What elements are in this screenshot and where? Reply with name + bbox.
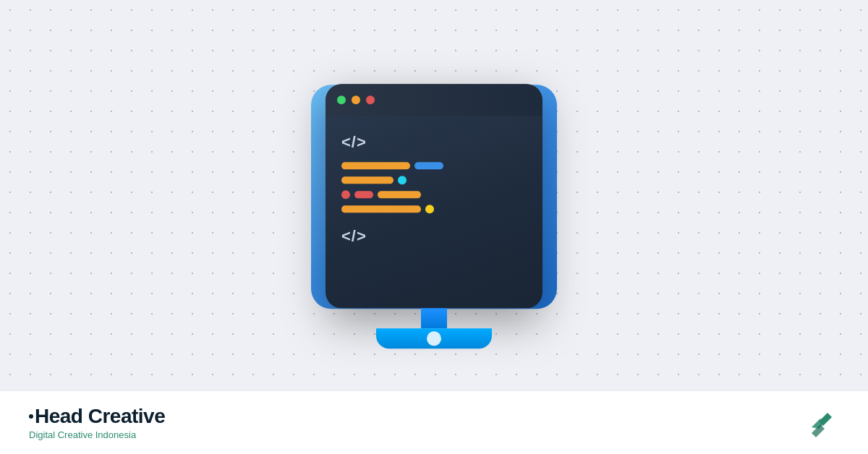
dot-red (366, 95, 375, 104)
bottom-bar: Head Creative Digital Creative Indonesia (0, 390, 868, 454)
bar (398, 176, 407, 184)
brand-name: Head Creative (29, 405, 165, 428)
dot-orange (352, 95, 360, 104)
code-line-4 (341, 205, 527, 213)
screen-content: </> (326, 116, 542, 266)
code-line-2 (341, 176, 527, 184)
bar (425, 205, 434, 213)
monitor-base (376, 328, 492, 348)
stand-circle (427, 331, 441, 346)
bar (341, 162, 410, 169)
bar (341, 176, 393, 184)
bar (341, 190, 350, 199)
bar (354, 191, 373, 198)
code-tag-top: </> (341, 133, 527, 152)
monitor-neck (421, 308, 447, 328)
brand-dot (29, 414, 33, 419)
bar (378, 191, 421, 198)
monitor-illustration: </> (326, 84, 542, 348)
monitor-stand (376, 308, 492, 348)
code-lines (341, 162, 527, 213)
brand-subtitle: Digital Creative Indonesia (29, 429, 165, 440)
dot-green (337, 95, 346, 104)
code-tag-bottom: </> (341, 227, 527, 246)
screen-topbar (326, 84, 542, 116)
brand-info: Head Creative Digital Creative Indonesia (29, 405, 165, 440)
code-line-3 (341, 191, 527, 198)
bar (341, 205, 421, 213)
brand-logo-icon (804, 406, 839, 440)
code-line-1 (341, 162, 527, 169)
screen-panel: </> (326, 84, 542, 308)
monitor-assembly: </> (326, 84, 542, 348)
bar (414, 162, 443, 169)
